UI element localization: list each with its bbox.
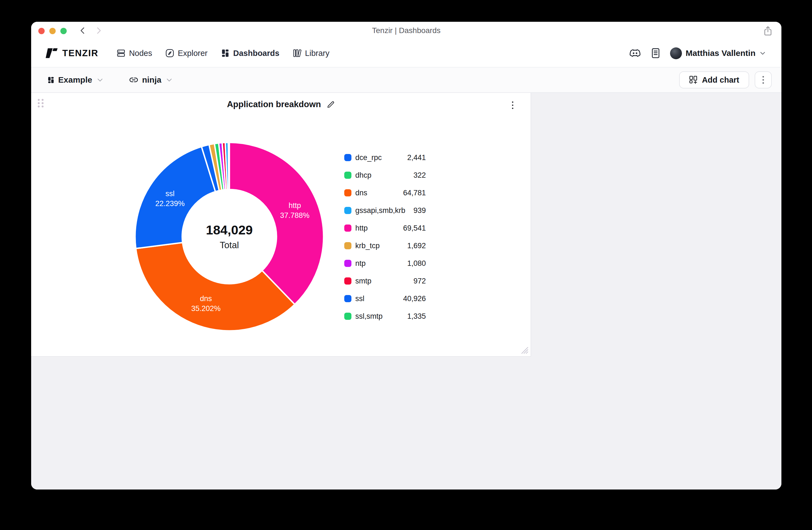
legend-value: 1,692 xyxy=(407,241,426,250)
chart-card: Application breakdown http37.788%dns35.2… xyxy=(31,93,531,357)
tenzir-wordmark: TENZIR xyxy=(62,48,98,58)
library-icon xyxy=(293,49,302,58)
nav-item-library[interactable]: Library xyxy=(293,49,330,58)
kebab-icon xyxy=(760,75,767,85)
nav-item-label: Nodes xyxy=(129,49,152,58)
resize-handle[interactable] xyxy=(520,345,529,355)
chart-legend: dce_rpc2,441dhcp322dns64,781gssapi,smb,k… xyxy=(344,149,426,325)
legend-label: ntp xyxy=(355,259,366,268)
chevron-down-icon xyxy=(166,76,173,84)
edit-title-icon[interactable] xyxy=(327,100,335,108)
legend-label: dce_rpc xyxy=(355,153,382,162)
legend-swatch xyxy=(344,224,351,232)
navbar-right: Matthias Vallentin xyxy=(629,47,766,59)
legend-value: 939 xyxy=(414,206,426,215)
add-chart-label: Add chart xyxy=(702,75,739,85)
nav-item-label: Explorer xyxy=(178,49,207,58)
nav-items: Nodes Explorer Dashboa xyxy=(117,49,329,58)
legend-label: gssapi,smb,krb xyxy=(355,206,405,215)
nav-item-label: Dashboards xyxy=(233,49,279,58)
chevron-down-icon xyxy=(759,50,766,57)
add-chart-button[interactable]: Add chart xyxy=(679,71,749,88)
legend-swatch xyxy=(344,172,351,179)
link-icon xyxy=(129,76,139,84)
navbar: TENZIR Nodes Expl xyxy=(31,40,781,68)
avatar xyxy=(670,47,682,59)
screen: Tenzir | Dashboards TENZIR xyxy=(0,0,812,530)
nav-item-nodes[interactable]: Nodes xyxy=(117,49,152,58)
legend-swatch xyxy=(344,242,351,249)
legend-row-gssapi,smb,krb[interactable]: gssapi,smb,krb939 xyxy=(344,202,426,219)
share-icon[interactable] xyxy=(763,26,772,36)
link-selector-label: ninja xyxy=(142,75,161,85)
nav-item-dashboards[interactable]: Dashboards xyxy=(221,49,279,58)
dashboards-icon xyxy=(221,49,230,58)
chart-title: Application breakdown xyxy=(227,100,321,109)
nav-item-explorer[interactable]: Explorer xyxy=(165,49,207,58)
nodes-icon xyxy=(117,49,126,58)
legend-row-dhcp[interactable]: dhcp322 xyxy=(344,166,426,184)
legend-label: krb_tcp xyxy=(355,241,380,250)
legend-value: 69,541 xyxy=(403,224,426,233)
donut-slice-dns[interactable] xyxy=(136,243,295,331)
legend-row-dce_rpc[interactable]: dce_rpc2,441 xyxy=(344,149,426,166)
tenzir-logo[interactable]: TENZIR xyxy=(44,48,98,58)
legend-swatch xyxy=(344,154,351,161)
legend-swatch xyxy=(344,295,351,302)
dashboard-kebab-button[interactable] xyxy=(755,71,772,88)
legend-row-krb_tcp[interactable]: krb_tcp1,692 xyxy=(344,237,426,254)
legend-swatch xyxy=(344,189,351,196)
donut-total-value: 184,029 xyxy=(206,223,253,237)
legend-label: dhcp xyxy=(355,171,372,180)
donut-total-label: Total xyxy=(220,240,239,250)
titlebar: Tenzir | Dashboards xyxy=(31,22,781,40)
legend-label: ssl,smtp xyxy=(355,312,382,321)
chevron-down-icon xyxy=(97,76,104,84)
legend-swatch xyxy=(344,207,351,214)
legend-label: ssl xyxy=(355,294,364,303)
dashboard-selector[interactable]: Example xyxy=(47,75,104,85)
docs-icon[interactable] xyxy=(651,48,660,59)
legend-row-smtp[interactable]: smtp972 xyxy=(344,272,426,290)
donut-chart[interactable]: http37.788%dns35.202%ssl22.239%184,029To… xyxy=(125,132,334,341)
legend-row-ntp[interactable]: ntp1,080 xyxy=(344,254,426,272)
window-title: Tenzir | Dashboards xyxy=(31,22,781,40)
legend-swatch xyxy=(344,313,351,320)
legend-label: http xyxy=(355,224,368,233)
legend-value: 1,080 xyxy=(407,259,426,268)
legend-value: 40,926 xyxy=(403,294,426,303)
legend-value: 64,781 xyxy=(403,189,426,197)
toolbar-right: Add chart xyxy=(679,71,772,88)
user-menu[interactable]: Matthias Vallentin xyxy=(670,47,766,59)
dashboard-selector-label: Example xyxy=(58,75,92,85)
legend-value: 972 xyxy=(414,277,426,285)
legend-value: 322 xyxy=(414,171,426,180)
donut-slice-dhcp[interactable] xyxy=(228,143,229,190)
nav-item-label: Library xyxy=(305,49,330,58)
legend-row-ssl[interactable]: ssl40,926 xyxy=(344,290,426,307)
kebab-icon xyxy=(510,101,516,110)
legend-row-dns[interactable]: dns64,781 xyxy=(344,184,426,202)
user-name: Matthias Vallentin xyxy=(686,48,755,58)
legend-value: 2,441 xyxy=(407,153,426,162)
app-window: Tenzir | Dashboards TENZIR xyxy=(31,22,781,489)
explorer-icon xyxy=(165,49,174,58)
toolbar: Example ninja xyxy=(31,68,781,93)
legend-row-ssl,smtp[interactable]: ssl,smtp1,335 xyxy=(344,307,426,325)
legend-value: 1,335 xyxy=(407,312,426,321)
link-selector[interactable]: ninja xyxy=(129,75,173,85)
tenzir-logo-icon xyxy=(44,48,58,58)
donut-slice-ssl[interactable] xyxy=(135,147,216,249)
add-chart-icon xyxy=(689,75,698,84)
legend-label: smtp xyxy=(355,277,372,285)
legend-label: dns xyxy=(355,189,367,197)
dashboard-content: Application breakdown http37.788%dns35.2… xyxy=(31,93,781,489)
legend-swatch xyxy=(344,260,351,267)
discord-icon[interactable] xyxy=(629,48,641,58)
chart-card-header: Application breakdown xyxy=(31,100,531,109)
dashboard-selector-icon xyxy=(47,76,55,84)
chart-kebab-button[interactable] xyxy=(508,99,517,113)
legend-swatch xyxy=(344,277,351,284)
legend-row-http[interactable]: http69,541 xyxy=(344,219,426,237)
